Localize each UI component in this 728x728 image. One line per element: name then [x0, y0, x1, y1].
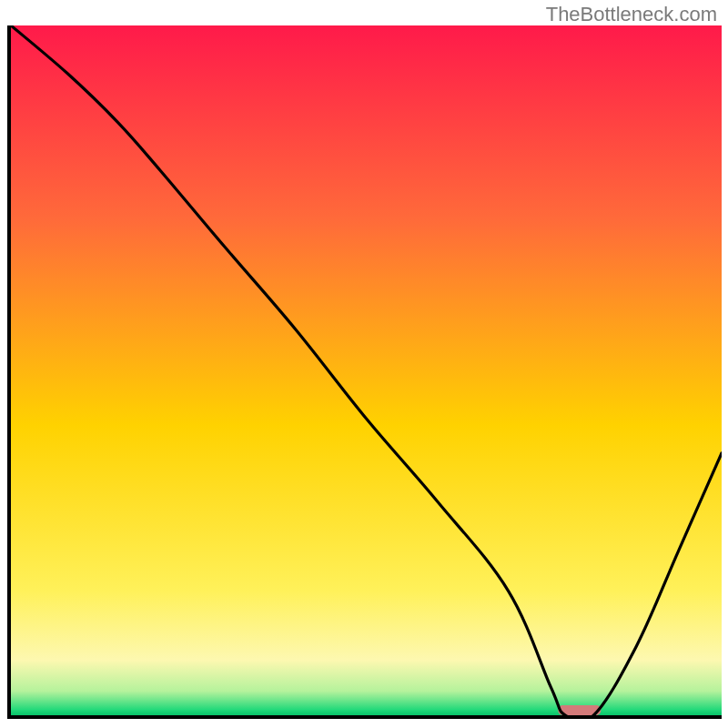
- watermark-text: TheBottleneck.com: [546, 3, 717, 26]
- chart-background: [11, 25, 722, 715]
- bottleneck-chart: [11, 25, 722, 715]
- chart-container: [7, 25, 722, 719]
